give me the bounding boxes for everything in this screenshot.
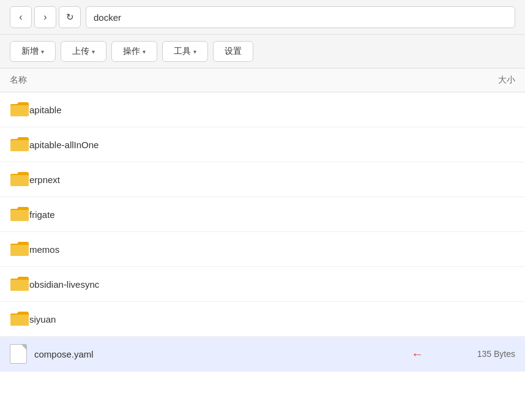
svg-rect-13 (10, 315, 29, 326)
folder-icon (10, 170, 29, 189)
arrow-annotation-icon: ← (411, 347, 423, 361)
tools-label: 工具 (174, 46, 191, 57)
file-name: compose.yaml (34, 349, 404, 359)
folder-icon (10, 239, 29, 259)
tools-dropdown-icon: ▾ (193, 48, 196, 55)
forward-button[interactable]: › (34, 6, 56, 28)
file-name: frigate (29, 209, 423, 220)
file-name: siyuan (29, 314, 423, 324)
list-item[interactable]: apitable-allInOne (0, 127, 525, 162)
refresh-button[interactable]: ↻ (59, 6, 81, 28)
actions-dropdown-icon: ▾ (143, 48, 146, 55)
svg-rect-3 (10, 140, 29, 151)
file-name: obsidian-livesync (29, 279, 423, 290)
folder-icon (10, 309, 29, 329)
new-label: 新增 (21, 46, 39, 57)
back-icon: ‹ (19, 12, 22, 23)
list-item[interactable]: frigate (0, 197, 525, 232)
forward-icon: › (43, 12, 47, 23)
tools-button[interactable]: 工具 ▾ (162, 41, 208, 62)
folder-icon (10, 100, 29, 119)
svg-rect-11 (10, 280, 29, 291)
svg-rect-9 (10, 245, 29, 256)
upload-dropdown-icon: ▾ (92, 48, 95, 55)
upload-label: 上传 (72, 46, 89, 57)
file-list: apitable apitable-allInOne erpnext friga… (0, 92, 525, 372)
actions-label: 操作 (123, 46, 140, 57)
action-bar: 新增 ▾ 上传 ▾ 操作 ▾ 工具 ▾ 设置 (0, 35, 525, 69)
list-item[interactable]: compose.yaml←135 Bytes (0, 337, 525, 372)
file-name: apitable (29, 105, 423, 115)
list-item[interactable]: memos (0, 232, 525, 267)
list-item[interactable]: erpnext (0, 162, 525, 197)
new-button[interactable]: 新增 ▾ (10, 41, 56, 62)
file-icon (10, 344, 27, 364)
toolbar: ‹ › ↻ (0, 0, 525, 35)
refresh-icon: ↻ (66, 12, 74, 23)
col-name-header: 名称 (10, 75, 423, 86)
file-size: 135 Bytes (423, 349, 515, 359)
list-item[interactable]: apitable (0, 92, 525, 127)
upload-button[interactable]: 上传 ▾ (61, 41, 106, 62)
new-dropdown-icon: ▾ (41, 48, 44, 55)
folder-icon (10, 204, 29, 224)
folder-icon (10, 274, 29, 294)
file-name: apitable-allInOne (29, 140, 423, 150)
svg-rect-5 (10, 175, 29, 186)
actions-button[interactable]: 操作 ▾ (111, 41, 157, 62)
settings-label: 设置 (225, 46, 242, 57)
folder-icon (10, 135, 29, 154)
path-input[interactable] (86, 6, 515, 28)
file-name: erpnext (29, 174, 423, 185)
svg-rect-1 (10, 105, 29, 116)
col-size-header: 大小 (423, 75, 515, 86)
file-list-header: 名称 大小 (0, 69, 525, 92)
list-item[interactable]: obsidian-livesync (0, 267, 525, 302)
svg-rect-7 (10, 210, 29, 221)
list-item[interactable]: siyuan (0, 302, 525, 337)
settings-button[interactable]: 设置 (213, 41, 253, 62)
file-name: memos (29, 244, 423, 255)
back-button[interactable]: ‹ (10, 6, 32, 28)
